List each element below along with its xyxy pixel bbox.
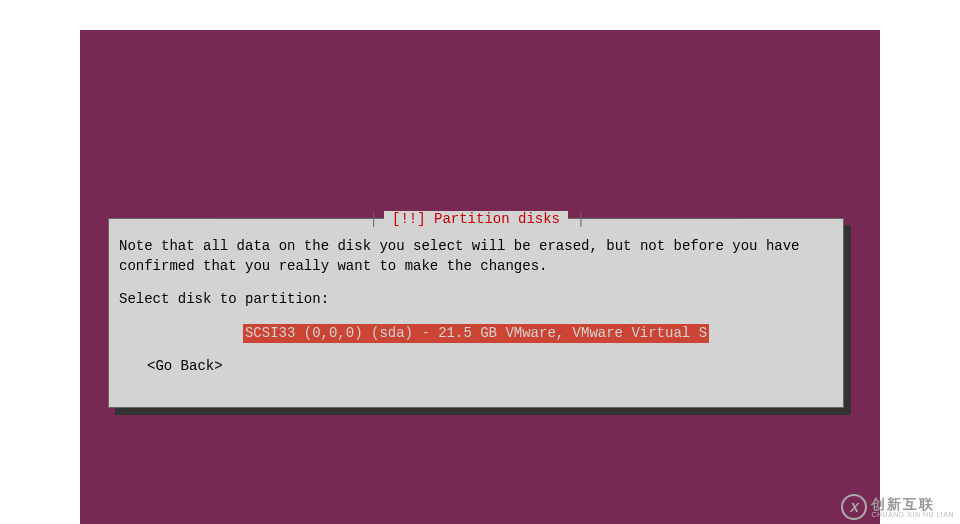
- watermark-text: 创新互联 CHUANG XIN HU LIAN: [871, 497, 954, 518]
- go-back-button[interactable]: <Go Back>: [147, 357, 833, 377]
- disk-option-row: SCSI33 (0,0,0) (sda) - 21.5 GB VMware, V…: [119, 324, 833, 344]
- watermark: X 创新互联 CHUANG XIN HU LIAN: [841, 494, 954, 520]
- title-border-left: ────────────────────────┤: [216, 211, 376, 227]
- partition-dialog: ────────────────────────┤ [!!] Partition…: [108, 218, 844, 408]
- watermark-en-text: CHUANG XIN HU LIAN: [871, 511, 954, 518]
- note-text: Note that all data on the disk you selec…: [119, 237, 833, 276]
- watermark-cn-text: 创新互联: [871, 497, 954, 511]
- dialog-title-row: ────────────────────────┤ [!!] Partition…: [109, 211, 843, 227]
- select-prompt: Select disk to partition:: [119, 290, 833, 310]
- dialog-content: Note that all data on the disk you selec…: [109, 219, 843, 389]
- disk-option-selected[interactable]: SCSI33 (0,0,0) (sda) - 21.5 GB VMware, V…: [243, 324, 709, 344]
- dialog-title: [!!] Partition disks: [384, 211, 568, 227]
- title-border-right: ├────────────────────────: [576, 211, 736, 227]
- watermark-logo-icon: X: [841, 494, 867, 520]
